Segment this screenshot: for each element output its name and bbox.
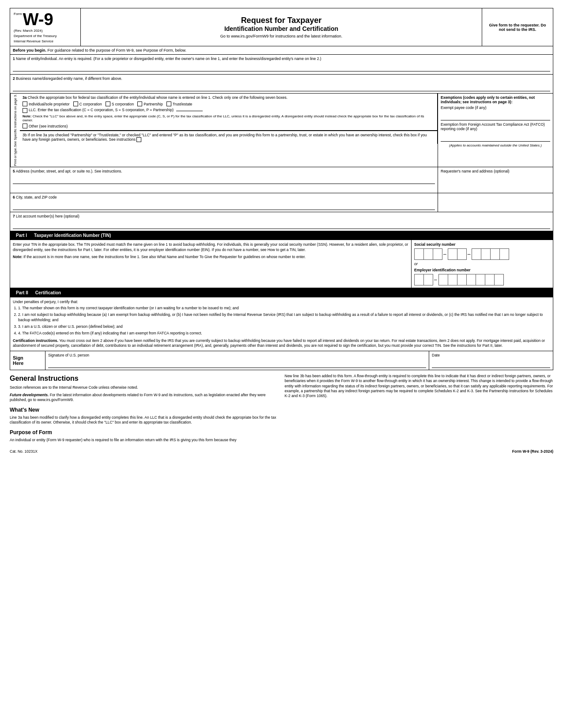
or-text: or (414, 262, 550, 266)
before-begin-section: Before you begin. For guidance related t… (10, 46, 553, 55)
cb-s-corp[interactable]: S corporation (106, 101, 134, 106)
ein-d3[interactable] (438, 274, 448, 285)
fatca-code-input[interactable] (441, 132, 550, 142)
ssn-dash2: – (466, 251, 472, 257)
date-label: Date (432, 353, 550, 357)
ein-d6[interactable] (466, 274, 476, 285)
cert-item3: 3. I am a U.S. citizen or other U.S. per… (18, 324, 550, 330)
line3a-desc: 3a Check the appropriate box for federal… (23, 95, 435, 100)
ssn-d3[interactable] (433, 248, 442, 260)
cb-c-corp-box[interactable] (73, 101, 78, 106)
exempt-payee-input[interactable] (441, 111, 550, 120)
rev-date: (Rev. March 2024) (14, 29, 77, 33)
cb-other[interactable]: Other (see instructions) (23, 124, 435, 128)
line7-section: 7 List account number(s) here (optional) (10, 212, 553, 231)
gi-heading: General Instructions (10, 374, 279, 383)
llc-row: LLC. Enter the tax classification (C = C… (23, 108, 435, 113)
footer-form-label: Form W-9 (Rev. 3-2024) (512, 449, 553, 454)
gi-para1: Section references are to the Internal R… (10, 385, 279, 390)
cb-3b-box[interactable] (136, 137, 141, 142)
sign-date: Date (429, 351, 553, 370)
line2-row: 2 Business name/disregarded entity name,… (10, 75, 553, 94)
ein-d5[interactable] (457, 274, 467, 285)
line6-label: 6 City, state, and ZIP code (13, 195, 435, 199)
cert-section: Under penalties of perjury, I certify th… (10, 297, 553, 351)
line2-section: 2 Business name/disregarded entity name,… (10, 75, 553, 93)
side-label-print: Print or type. See Specific Instructions… (10, 94, 20, 167)
line6-input[interactable] (13, 200, 435, 210)
ssn-d1[interactable] (414, 248, 424, 260)
general-instructions-section: General Instructions Section references … (10, 374, 553, 445)
checkbox-row1: Individual/sole proprietor C corporation… (23, 101, 435, 106)
cert-item2: 2. I am not subject to backup withholdin… (18, 312, 550, 323)
cb-individual-box[interactable] (23, 101, 27, 106)
sign-here-text1: Sign (13, 355, 23, 360)
cb-s-corp-box[interactable] (106, 101, 110, 106)
header-center: Request for Taxpayer Identification Numb… (81, 8, 482, 46)
ein-d9[interactable] (494, 274, 504, 285)
sign-row: Sign Here Signature of U.S. person Date (10, 351, 553, 370)
dept: Department of the Treasury (14, 34, 77, 38)
ssn-dash1: – (442, 251, 448, 257)
form-title2: Identification Number and Certification (224, 25, 338, 32)
requester-section: Requester's name and address (optional) (438, 167, 553, 193)
ssn-group2 (448, 248, 466, 260)
line4-desc: Exemptions (codes apply only to certain … (441, 95, 550, 104)
ein-boxes: – (414, 274, 550, 285)
cb-individual[interactable]: Individual/sole proprietor (23, 101, 70, 106)
date-input[interactable] (432, 358, 550, 368)
form-url: Go to www.irs.gov/FormW9 for instruction… (220, 34, 343, 38)
part2-header: Part II Certification (10, 288, 553, 297)
ssn-d4[interactable] (448, 248, 457, 260)
exemptions-section: Exemptions (codes apply only to certain … (438, 94, 553, 167)
cb-partnership[interactable]: Partnership (137, 101, 162, 106)
ssn-d9[interactable] (499, 248, 509, 260)
ein-d7[interactable] (476, 274, 485, 285)
ssn-d2[interactable] (423, 248, 433, 260)
ssn-d7[interactable] (481, 248, 491, 260)
form-label: Form (14, 12, 22, 16)
part2-label: Part II (12, 290, 32, 296)
line5-section: 5 Address (number, street, and apt. or s… (10, 167, 438, 193)
cb-trust-box[interactable] (166, 101, 171, 106)
row-3b: 3b If on line 3a you checked "Partnershi… (20, 131, 438, 144)
signature-input[interactable] (48, 358, 426, 368)
cb-llc-box[interactable] (23, 108, 27, 113)
exempt-payee: Exempt payee code (if any) (441, 105, 550, 120)
cat-no: Cat. No. 10231X (10, 449, 38, 454)
tin-section: Enter your TIN in the appropriate box. T… (10, 240, 553, 288)
under-penalties: Under penalties of perjury, I certify th… (13, 300, 550, 304)
ssn-d5[interactable] (457, 248, 467, 260)
ssn-label: Social security number (414, 242, 550, 247)
line5-input[interactable] (13, 174, 435, 184)
tin-note: Note: If the account is in more than one… (13, 255, 408, 259)
ein-d2[interactable] (423, 274, 433, 285)
line5-label: 5 Address (number, street, and apt. or s… (13, 169, 435, 173)
ein-d4[interactable] (448, 274, 457, 285)
line1-input[interactable] (13, 62, 550, 71)
ssn-d8[interactable] (490, 248, 500, 260)
tin-right: Social security number – – (412, 240, 553, 288)
sign-here-text2: Here (13, 360, 23, 366)
gi-purpose-text: An individual or entity (Form W-9 reques… (10, 438, 279, 443)
cb-other-box[interactable] (23, 124, 27, 128)
ssn-d6[interactable] (472, 248, 481, 260)
before-begin-text: For guidance related to the purpose of F… (48, 48, 187, 53)
cert-item1: 1. The number shown on this form is my c… (18, 306, 550, 311)
footer: Cat. No. 10231X Form W-9 (Rev. 3-2024) (10, 449, 553, 454)
ein-group2 (438, 274, 503, 285)
part1-title: Taxpayer Identification Number (TIN) (34, 233, 111, 238)
line1-label: 1 Name of entity/individual. An entry is… (13, 56, 550, 61)
cb-partnership-box[interactable] (137, 101, 142, 106)
fatca-section: Exemption from Foreign Account Tax Compl… (441, 122, 550, 142)
line7-input[interactable] (13, 219, 550, 229)
ein-d1[interactable] (414, 274, 424, 285)
line2-input[interactable] (13, 82, 550, 91)
signature-label: Signature of U.S. person (48, 353, 426, 357)
ssn-group3 (472, 248, 509, 260)
cb-trust[interactable]: Trust/estate (166, 101, 193, 106)
cb-c-corp[interactable]: C corporation (73, 101, 102, 106)
tin-left: Enter your TIN in the appropriate box. T… (10, 240, 412, 288)
ein-d8[interactable] (485, 274, 495, 285)
tin-text: Enter your TIN in the appropriate box. T… (13, 242, 408, 252)
